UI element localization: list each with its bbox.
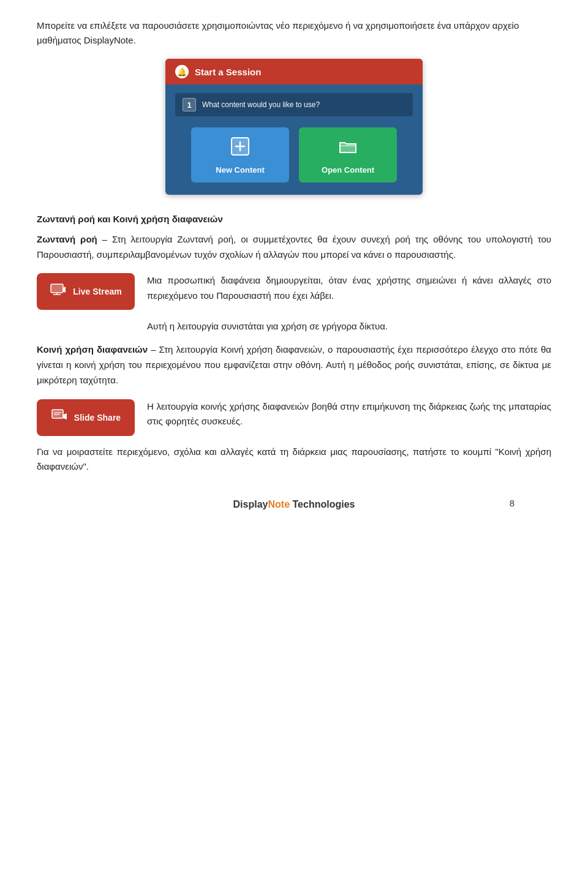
page-number: 8 [0,498,514,508]
slide-share-icon [51,407,68,428]
step-badge: 1 [183,98,196,111]
slide-share-image: Slide Share [37,399,135,436]
slide-share-feature-row: Slide Share Η λειτουργία κοινής χρήσης δ… [37,399,551,436]
live-stream-text-2: Αυτή η λειτουργία συνιστάται για χρήση σ… [147,321,388,331]
session-header: 🔔 Start a Session [165,59,423,85]
live-stream-label-img: Live Stream [73,287,121,296]
live-stream-icon [50,281,67,302]
session-question: 1 What content would you like to use? [175,93,413,116]
live-stream-section-heading: Ζωντανή ροή και Κοινή χρήση διαφανειών [37,214,223,224]
open-content-button[interactable]: Open Content [299,127,397,182]
new-content-button[interactable]: New Content [191,127,289,182]
live-stream-intro: Ζωντανή ροή – Στη λειτουργία Ζωντανή ροή… [37,232,551,263]
slide-share-label-img: Slide Share [74,413,121,423]
svg-rect-3 [51,284,63,293]
new-content-icon [229,135,251,160]
intro-paragraph: Μπορείτε να επιλέξετε να παρουσιάσετε χρ… [37,18,551,48]
svg-rect-6 [52,410,63,418]
slide-share-intro: Κοινή χρήση διαφανειών – Στη λειτουργία … [37,342,551,388]
slide-share-feature-text: Η λειτουργία κοινής χρήσης διαφανειών βο… [147,399,551,430]
live-stream-image: Live Stream [37,273,135,310]
bottom-paragraph: Για να μοιραστείτε περιεχόμενο, σχόλια κ… [37,445,551,475]
session-body: 1 What content would you like to use? Ne… [165,85,423,195]
live-stream-feature-text: Μια προσωπική διαφάνεια δημιουργείται, ό… [147,273,551,334]
bottom-section: Για να μοιραστείτε περιεχόμενο, σχόλια κ… [37,445,551,475]
session-icon: 🔔 [175,65,189,78]
open-content-icon [337,135,359,160]
live-stream-heading-paragraph: Ζωντανή ροή και Κοινή χρήση διαφανειών [37,212,551,227]
session-box: 🔔 Start a Session 1 What content would y… [165,59,423,195]
question-text: What content would you like to use? [202,100,320,109]
slide-share-label: Κοινή χρήση διαφανειών [37,344,148,355]
live-stream-text-1: Μια προσωπική διαφάνεια δημιουργείται, ό… [147,275,551,301]
content-buttons: New Content Open Content [175,127,413,182]
live-stream-feature-row: Live Stream Μια προσωπική διαφάνεια δημι… [37,273,551,334]
new-content-label: New Content [216,165,264,175]
slide-share-text: Η λειτουργία κοινής χρήσης διαφανειών βο… [147,401,551,427]
screenshot-container: 🔔 Start a Session 1 What content would y… [37,59,551,195]
session-title: Start a Session [195,67,261,77]
live-stream-intro-text: – Στη λειτουργία Ζωντανή ροή, οι συμμετέ… [37,234,551,260]
live-stream-label: Ζωντανή ροή [37,234,97,244]
open-content-label: Open Content [322,165,374,175]
